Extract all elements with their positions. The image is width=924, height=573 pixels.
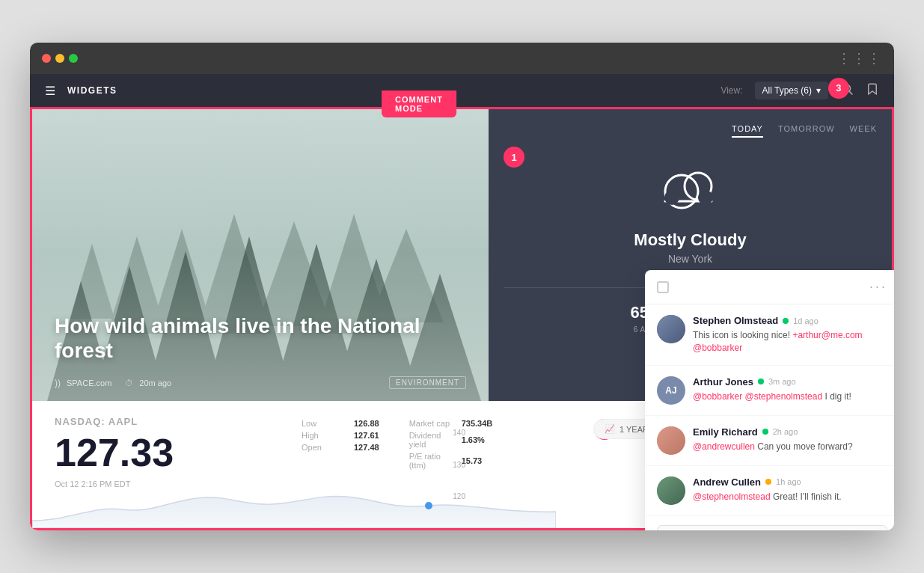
weather-condition: Mostly Cloudy: [634, 230, 746, 250]
notification-badge[interactable]: 3: [828, 78, 849, 99]
time-emily: 2h ago: [773, 427, 798, 436]
author-stephen: Stephen Olmstead: [693, 315, 778, 326]
comment-item-stephen: Stephen Olmstead 1d ago This icon is loo…: [645, 304, 894, 366]
chevron-down-icon: ▾: [816, 85, 821, 96]
browser-menu-icon[interactable]: ⋮⋮⋮: [837, 50, 882, 67]
comments-list: Stephen Olmstead 1d ago This icon is loo…: [645, 304, 894, 516]
mention-bob2[interactable]: @bobbarker: [693, 391, 742, 402]
mention-arthur[interactable]: +arthur@me.com: [792, 330, 862, 340]
comment-header-emily: Emily Richard 2h ago: [693, 426, 887, 438]
divyield-label: Dividend yield: [409, 431, 454, 449]
mention-stephen2[interactable]: @stephenolmstead: [693, 491, 771, 502]
high-value: 127.61: [354, 431, 379, 440]
svg-point-21: [664, 190, 679, 205]
forest-text: How wild animals live in the National fo…: [55, 313, 466, 364]
comment-panel: ··· Stephen Olmstead 1d ago: [645, 270, 894, 530]
comment-input-area: [645, 516, 894, 530]
author-andrew: Andrew Cullen: [693, 477, 761, 488]
browser-window: ⋮⋮⋮ ☰ WIDGETS COMMENT MODE View: All Typ…: [30, 43, 894, 530]
comment-content-emily: Emily Richard 2h ago @andrewcullen Can y…: [693, 426, 887, 455]
comment-content-arthur: Arthur Jones 3m ago @bobbarker @stepheno…: [693, 376, 887, 405]
time-arthur: 3m ago: [768, 377, 796, 386]
avatar-emily: [657, 426, 685, 455]
article-headline: How wild animals live in the National fo…: [55, 313, 466, 364]
stock-chart-wave: [32, 483, 556, 528]
browser-chrome: ⋮⋮⋮: [30, 43, 894, 74]
source-name: SPACE.com: [67, 379, 111, 387]
audio-icon: )): [55, 378, 61, 388]
chart-y-140: 140: [453, 429, 465, 437]
view-option-label: All Types (6): [762, 85, 812, 96]
tab-tomorrow[interactable]: TOMORROW: [778, 124, 835, 138]
article-source: )) SPACE.com ⏱ 20m ago: [55, 378, 171, 388]
open-value: 127.48: [354, 443, 379, 452]
comment-item-arthur: AJ Arthur Jones 3m ago @bobbarker @steph…: [645, 366, 894, 416]
forest-footer: )) SPACE.com ⏱ 20m ago ENVIRONMENT: [55, 376, 466, 389]
status-dot-arthur: [758, 379, 764, 384]
text-stephen: This icon is looking nice! +arthur@me.co…: [693, 329, 887, 355]
stock-row-divyield: Dividend yield 1.63%: [409, 431, 493, 449]
open-label: Open: [302, 443, 346, 452]
comment-input[interactable]: [657, 525, 887, 530]
clock-icon: ⏱: [125, 379, 133, 387]
toolbar-icons: 3: [840, 82, 879, 99]
time-andrew: 1h ago: [776, 477, 801, 486]
toolbar-left: ☰ WIDGETS: [45, 84, 117, 98]
status-dot-emily: [762, 429, 768, 435]
view-dropdown[interactable]: All Types (6) ▾: [755, 82, 828, 99]
comment-content-andrew: Andrew Cullen 1h ago @stephenolmstead Gr…: [693, 477, 887, 505]
avatar-arthur: AJ: [657, 376, 685, 405]
chart-icon: 📈: [605, 424, 615, 434]
article-time: 20m ago: [139, 379, 171, 387]
avatar-andrew: [657, 477, 685, 505]
comment-header-stephen: Stephen Olmstead 1d ago: [693, 315, 887, 326]
comment-menu-button[interactable]: ···: [869, 279, 887, 295]
comment-header-andrew: Andrew Cullen 1h ago: [693, 477, 887, 488]
text-arthur: @bobbarker @stephenolmstead I dig it!: [693, 390, 887, 403]
comment-header-arthur: Arthur Jones 3m ago: [693, 376, 887, 387]
mention-bob[interactable]: @bobbarker: [693, 343, 742, 353]
low-label: Low: [302, 419, 346, 428]
stock-col-right: Market cap 735.34B Dividend yield 1.63% …: [409, 419, 493, 470]
hamburger-icon[interactable]: ☰: [45, 84, 55, 98]
stock-row-mktcap: Market cap 735.34B: [409, 419, 493, 428]
pe-label: P/E ratio (ttm): [409, 452, 454, 470]
mention-stephen[interactable]: @stephenolmstead: [745, 391, 823, 402]
view-label: View:: [720, 85, 742, 96]
forest-panel: How wild animals live in the National fo…: [32, 109, 489, 401]
main-content: How wild animals live in the National fo…: [30, 107, 894, 530]
stock-row-high: High 127.61: [302, 431, 379, 440]
svg-point-23: [425, 502, 432, 509]
author-arthur: Arthur Jones: [693, 376, 753, 387]
low-value: 126.88: [354, 419, 379, 428]
maximize-dot[interactable]: [69, 54, 78, 63]
tab-today[interactable]: TODAY: [732, 124, 763, 138]
svg-line-1: [849, 91, 852, 94]
comment-item-emily: Emily Richard 2h ago @andrewcullen Can y…: [645, 416, 894, 466]
app-toolbar: ☰ WIDGETS COMMENT MODE View: All Types (…: [30, 74, 894, 107]
chart-y-130: 130: [453, 461, 465, 469]
cloud-icon: [653, 160, 728, 215]
stock-col-left: Low 126.88 High 127.61 Open 127.48: [302, 419, 379, 470]
mention-andrew[interactable]: @andrewcullen: [693, 441, 755, 452]
widgets-label: WIDGETS: [67, 85, 117, 96]
svg-point-22: [698, 190, 713, 205]
weather-tabs: TODAY TOMORROW WEEK: [504, 124, 877, 138]
stock-panel: NASDAQ: AAPL 127.33 Oct 12 2:16 PM EDT L…: [32, 401, 682, 528]
stock-row-low: Low 126.88: [302, 419, 379, 428]
minimize-dot[interactable]: [55, 54, 64, 63]
select-all-checkbox[interactable]: [657, 281, 669, 293]
weather-badge: 1: [504, 147, 524, 168]
text-andrew: @stephenolmstead Great! I'll finish it.: [693, 491, 887, 503]
browser-dots: [42, 54, 78, 63]
close-dot[interactable]: [42, 54, 51, 63]
mktcap-value: 735.34B: [462, 419, 493, 428]
tab-week[interactable]: WEEK: [850, 124, 877, 138]
comment-item-andrew: Andrew Cullen 1h ago @stephenolmstead Gr…: [645, 466, 894, 516]
weather-city: New York: [668, 253, 712, 265]
bookmark-icon[interactable]: [866, 82, 879, 99]
avatar-stephen: [657, 315, 685, 343]
text-emily: @andrewcullen Can you move forward?: [693, 441, 887, 453]
mktcap-label: Market cap: [409, 419, 454, 428]
status-dot-stephen: [783, 318, 789, 324]
